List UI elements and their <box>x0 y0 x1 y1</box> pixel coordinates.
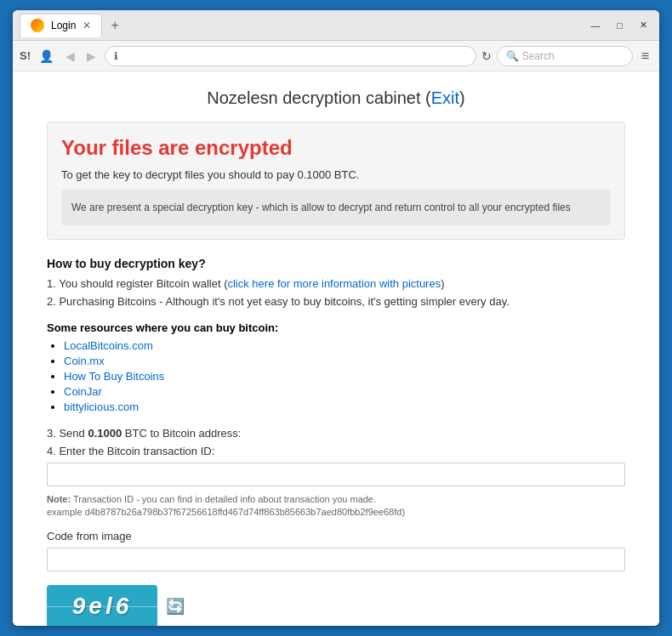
step3-bold: 0.1000 <box>88 427 122 440</box>
info-icon: ℹ <box>114 50 118 62</box>
how-to-heading: How to buy decryption key? <box>47 257 625 270</box>
forward-button: ▶ <box>83 48 100 65</box>
step-1: 1. You should register Bitcoin wallet (c… <box>47 277 625 290</box>
browser-tab[interactable]: Login ✕ <box>20 14 102 37</box>
maximize-button[interactable]: □ <box>612 19 628 32</box>
window-controls: — □ ✕ <box>585 18 652 32</box>
step3-prefix: 3. Send <box>47 427 88 440</box>
back-button[interactable]: ◀ <box>62 48 78 65</box>
nav-bar: S! 👤 ◀ ▶ ℹ ↻ 🔍 Search ≡ <box>13 41 659 71</box>
new-tab-button[interactable]: + <box>105 16 123 35</box>
page-title: Nozelesn decryption cabinet (Exit) <box>47 88 625 108</box>
alert-box: Your files are encrypted To get the key … <box>47 122 625 240</box>
search-placeholder: Search <box>522 50 555 62</box>
resource-link-1[interactable]: Coin.mx <box>64 355 105 367</box>
resource-link-2[interactable]: How To Buy Bitcoins <box>64 370 164 383</box>
search-icon: 🔍 <box>506 50 519 62</box>
menu-button[interactable]: ≡ <box>638 47 652 65</box>
profile-icon[interactable]: 👤 <box>36 48 57 65</box>
minimize-button[interactable]: — <box>585 19 605 32</box>
refresh-button[interactable]: ↻ <box>481 49 492 63</box>
browser-logo-icon: S! <box>20 49 31 62</box>
step-3: 3. Send 0.1000 BTC to Bitcoin address: <box>47 427 625 440</box>
note-example: example d4b8787b26a798b37f67256618ffd467… <box>47 507 405 517</box>
transaction-id-input[interactable] <box>47 463 625 486</box>
title-bar: Login ✕ + — □ ✕ <box>13 10 659 41</box>
key-info-box: We are present a special decryption key … <box>61 190 611 225</box>
page-title-prefix: Nozelesn decryption cabinet ( <box>207 88 430 107</box>
resource-link-0[interactable]: LocalBitcoins.com <box>64 339 153 352</box>
tab-strip: Login ✕ + <box>20 14 578 37</box>
encrypted-heading: Your files are encrypted <box>61 136 611 160</box>
captcha-section: 9el6 🔄 <box>47 585 625 626</box>
step-2: 2. Purchasing Bitcoins - Although it's n… <box>47 295 625 308</box>
captcha-input[interactable] <box>47 548 625 571</box>
resources-section: Some resources where you can buy bitcoin… <box>47 321 625 413</box>
captcha-text: 9el6 <box>72 593 133 620</box>
steps-list: 1. You should register Bitcoin wallet (c… <box>47 277 625 308</box>
list-item: Coin.mx <box>64 355 625 367</box>
step-4: 4. Enter the Bitcoin transaction ID: <box>47 445 625 457</box>
step1-link[interactable]: click here for more information with pic… <box>227 277 441 290</box>
tab-favicon <box>31 19 44 32</box>
list-item: LocalBitcoins.com <box>64 339 625 352</box>
note-content: Transaction ID - you can find in detaile… <box>73 494 376 504</box>
list-item: bittylicious.com <box>64 400 625 413</box>
list-item: CoinJar <box>64 385 625 398</box>
exit-link[interactable]: Exit <box>431 88 459 107</box>
resource-link-3[interactable]: CoinJar <box>64 385 102 398</box>
close-button[interactable]: ✕ <box>635 18 652 32</box>
tab-label: Login <box>51 20 76 31</box>
step3-suffix: BTC to Bitcoin address: <box>122 427 241 440</box>
tab-close-button[interactable]: ✕ <box>83 20 91 31</box>
page-title-suffix: ) <box>459 88 465 107</box>
search-bar[interactable]: 🔍 Search <box>497 46 633 66</box>
resources-label: Some resources where you can buy bitcoin… <box>47 321 625 334</box>
note-text: Note: Transaction ID - you can find in d… <box>47 493 625 520</box>
resources-list: LocalBitcoins.com Coin.mx How To Buy Bit… <box>64 339 625 413</box>
list-item: How To Buy Bitcoins <box>64 370 625 383</box>
captcha-image: 9el6 <box>47 585 157 626</box>
browser-window: Login ✕ + — □ ✕ S! 👤 ◀ ▶ ℹ ↻ 🔍 Search ≡ … <box>13 10 659 626</box>
resource-link-4[interactable]: bittylicious.com <box>64 400 139 413</box>
address-bar[interactable]: ℹ <box>105 46 476 66</box>
decrypt-instruction: To get the key to decrypt files you shou… <box>61 168 611 181</box>
step1-prefix: 1. You should register Bitcoin wallet ( <box>47 277 227 290</box>
page-content: Nozelesn decryption cabinet (Exit) Your … <box>13 71 659 626</box>
note-label: Note: <box>47 494 71 504</box>
captcha-refresh-button[interactable]: 🔄 <box>166 597 185 616</box>
code-from-image-label: Code from image <box>47 530 625 542</box>
step1-suffix: ) <box>441 277 444 290</box>
